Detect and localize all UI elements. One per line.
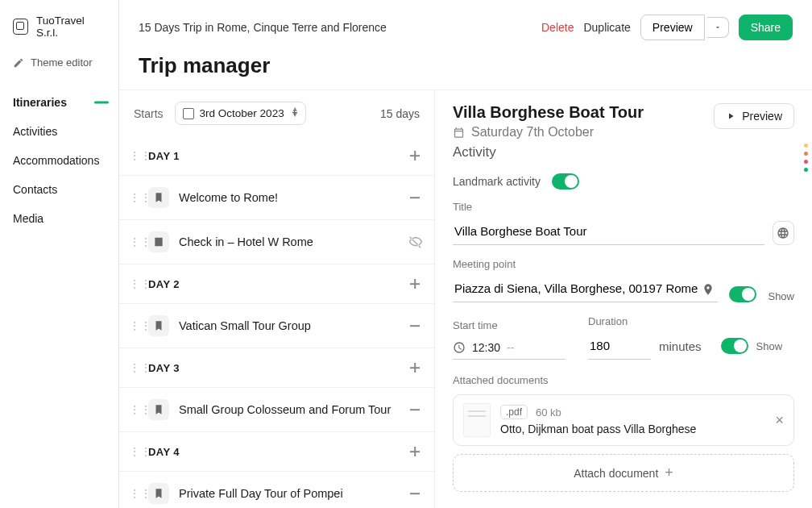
detail-title: Villa Borghese Boat Tour xyxy=(453,103,714,122)
add-item-button[interactable] xyxy=(407,360,423,376)
theme-editor-link[interactable]: Theme editor xyxy=(0,48,118,81)
sidebar-item-accommodations[interactable]: Accommodations xyxy=(0,146,118,175)
app-logo xyxy=(13,19,28,35)
document-name: Otto, Dijkman boat pass Villa Borghese xyxy=(500,423,784,435)
preview-dropdown[interactable] xyxy=(707,17,729,38)
delete-button[interactable]: Delete xyxy=(541,21,574,34)
itinerary-list: ⋮⋮ DAY 1 ⋮⋮ Welcome to Rome! ⋮⋮ Check in… xyxy=(119,136,434,508)
duration-unit: minutes xyxy=(659,339,702,353)
document-size: 60 kb xyxy=(536,406,561,418)
itinerary-item[interactable]: ⋮⋮ Small Group Colosseum and Forum Tour xyxy=(119,388,434,432)
company-name: TuoTravel S.r.l. xyxy=(36,15,106,39)
documents-label: Attached documents xyxy=(453,374,794,386)
globe-icon xyxy=(777,227,789,239)
start-date-picker[interactable]: 3rd October 2023 ▲▼ xyxy=(175,102,306,125)
breadcrumb[interactable]: 15 Days Trip in Rome, Cinque Terre and F… xyxy=(139,21,532,34)
drag-handle-icon[interactable]: ⋮⋮ xyxy=(129,445,139,458)
itinerary-item[interactable]: ⋮⋮ Vatican Small Tour Group xyxy=(119,304,434,348)
landmark-label: Landmark activity xyxy=(453,175,541,188)
sidebar-item-itineraries[interactable]: Itineraries xyxy=(0,88,118,117)
page-title: Trip manager xyxy=(119,48,812,90)
bookmark-icon xyxy=(148,483,169,504)
remove-item-button[interactable] xyxy=(407,189,423,206)
remove-item-button[interactable] xyxy=(407,485,423,502)
show-label: Show xyxy=(756,340,783,352)
day-header: ⋮⋮ DAY 3 xyxy=(119,348,434,388)
pencil-icon xyxy=(13,57,24,69)
starts-label: Starts xyxy=(134,107,164,120)
drag-handle-icon[interactable]: ⋮⋮ xyxy=(129,319,139,332)
show-label: Show xyxy=(768,290,794,302)
meeting-point-label: Meeting point xyxy=(453,258,794,270)
detail-date: Saturday 7th October xyxy=(453,125,714,139)
itinerary-item[interactable]: ⋮⋮ Check in – Hotel W Rome xyxy=(119,220,434,264)
duration-toggle[interactable] xyxy=(721,338,748,354)
add-item-button[interactable] xyxy=(407,276,423,292)
sidebar-item-media[interactable]: Media xyxy=(0,204,118,233)
add-item-button[interactable] xyxy=(407,443,423,460)
drag-handle-icon[interactable]: ⋮⋮ xyxy=(129,403,139,416)
duration-input[interactable] xyxy=(588,332,651,360)
detail-type: Activity xyxy=(453,144,714,160)
duration-label: Duration xyxy=(588,315,782,327)
translate-button[interactable] xyxy=(773,221,795,245)
day-header: ⋮⋮ DAY 1 xyxy=(119,136,434,176)
document-ext-badge: .pdf xyxy=(500,405,528,419)
landmark-toggle[interactable] xyxy=(552,173,579,189)
drag-handle-icon[interactable]: ⋮⋮ xyxy=(129,235,139,248)
meeting-point-toggle[interactable] xyxy=(729,286,756,302)
document-thumb-icon xyxy=(463,403,491,437)
day-header: ⋮⋮ DAY 2 xyxy=(119,264,434,304)
itinerary-item[interactable]: ⋮⋮ Welcome to Rome! xyxy=(119,176,434,220)
drag-handle-icon[interactable]: ⋮⋮ xyxy=(129,277,139,290)
title-input[interactable] xyxy=(453,218,764,245)
bookmark-icon xyxy=(148,187,169,208)
drag-handle-icon[interactable]: ⋮⋮ xyxy=(129,361,139,374)
theme-editor-label: Theme editor xyxy=(31,56,93,69)
stepper-icon: ▲▼ xyxy=(292,106,299,118)
bookmark-icon xyxy=(148,315,169,336)
sidebar-item-contacts[interactable]: Contacts xyxy=(0,175,118,204)
hidden-icon[interactable] xyxy=(408,235,423,249)
itinerary-item[interactable]: ⋮⋮ Private Full Day Tour of Pompei xyxy=(119,472,434,508)
start-time-label: Start time xyxy=(453,319,566,331)
trip-length: 15 days xyxy=(380,107,420,120)
day-header: ⋮⋮ DAY 4 xyxy=(119,432,434,472)
hotel-icon xyxy=(148,231,169,252)
clock-icon xyxy=(453,341,466,354)
start-time-input[interactable]: 12:30 -- xyxy=(453,336,566,360)
attach-document-button[interactable]: Attach document + xyxy=(453,454,794,492)
preview-button[interactable]: Preview xyxy=(640,15,705,40)
add-item-button[interactable] xyxy=(407,148,423,164)
drag-handle-icon[interactable]: ⋮⋮ xyxy=(129,149,139,162)
drag-handle-icon[interactable]: ⋮⋮ xyxy=(129,191,139,204)
share-button[interactable]: Share xyxy=(739,15,793,40)
calendar-icon xyxy=(453,127,465,139)
detail-preview-button[interactable]: Preview xyxy=(714,103,794,129)
chevron-down-icon xyxy=(714,23,722,31)
plus-icon: + xyxy=(665,464,673,481)
play-icon xyxy=(726,111,735,121)
color-swatches xyxy=(798,144,812,172)
sidebar-item-activities[interactable]: Activities xyxy=(0,117,118,146)
map-pin-icon[interactable] xyxy=(702,283,715,296)
drag-handle-icon[interactable]: ⋮⋮ xyxy=(129,487,139,500)
remove-item-button[interactable] xyxy=(407,318,423,334)
title-field-label: Title xyxy=(453,201,794,213)
document-card[interactable]: .pdf 60 kb Otto, Dijkman boat pass Villa… xyxy=(453,394,794,446)
remove-document-button[interactable]: × xyxy=(775,412,784,429)
bookmark-icon xyxy=(148,399,169,420)
remove-item-button[interactable] xyxy=(407,402,423,418)
duplicate-button[interactable]: Duplicate xyxy=(583,21,630,34)
meeting-point-input[interactable] xyxy=(453,275,718,302)
